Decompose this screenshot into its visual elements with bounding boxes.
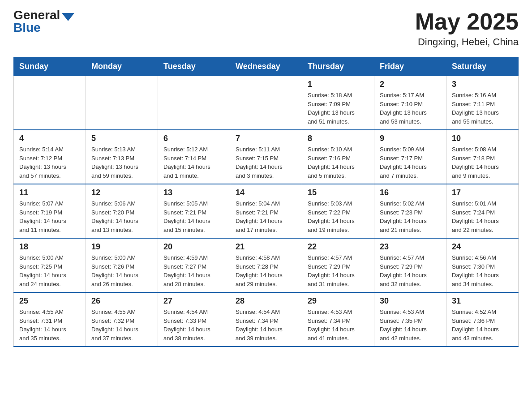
calendar-cell [158, 76, 230, 130]
day-number: 7 [236, 134, 296, 143]
day-number: 11 [19, 188, 80, 197]
day-info: Sunrise: 5:13 AM Sunset: 7:13 PM Dayligh… [91, 145, 152, 180]
day-number: 12 [91, 188, 152, 197]
day-number: 25 [19, 296, 80, 306]
calendar-cell: 13Sunrise: 5:05 AM Sunset: 7:21 PM Dayli… [158, 184, 230, 238]
calendar-cell: 6Sunrise: 5:12 AM Sunset: 7:14 PM Daylig… [158, 130, 230, 184]
day-number: 15 [308, 188, 369, 197]
calendar-cell [230, 76, 302, 130]
day-number: 17 [452, 188, 513, 197]
calendar-header-row: SundayMondayTuesdayWednesdayThursdayFrid… [14, 57, 519, 76]
day-info: Sunrise: 5:10 AM Sunset: 7:16 PM Dayligh… [308, 145, 369, 180]
day-info: Sunrise: 4:53 AM Sunset: 7:34 PM Dayligh… [308, 308, 369, 342]
day-info: Sunrise: 5:02 AM Sunset: 7:23 PM Dayligh… [380, 199, 441, 234]
calendar-cell: 16Sunrise: 5:02 AM Sunset: 7:23 PM Dayli… [374, 184, 446, 238]
day-info: Sunrise: 4:57 AM Sunset: 7:29 PM Dayligh… [380, 253, 441, 288]
day-info: Sunrise: 4:58 AM Sunset: 7:28 PM Dayligh… [236, 253, 296, 288]
day-info: Sunrise: 4:55 AM Sunset: 7:31 PM Dayligh… [19, 308, 80, 342]
day-number: 30 [380, 296, 441, 306]
day-info: Sunrise: 4:54 AM Sunset: 7:34 PM Dayligh… [236, 308, 296, 342]
day-info: Sunrise: 5:08 AM Sunset: 7:18 PM Dayligh… [452, 145, 513, 180]
weekday-header-sunday: Sunday [14, 57, 86, 76]
calendar-cell: 17Sunrise: 5:01 AM Sunset: 7:24 PM Dayli… [446, 184, 519, 238]
day-number: 3 [452, 80, 513, 89]
calendar-cell: 1Sunrise: 5:18 AM Sunset: 7:09 PM Daylig… [302, 76, 374, 130]
weekday-header-thursday: Thursday [302, 57, 374, 76]
day-info: Sunrise: 4:55 AM Sunset: 7:32 PM Dayligh… [91, 308, 152, 342]
calendar-cell: 7Sunrise: 5:11 AM Sunset: 7:15 PM Daylig… [230, 130, 302, 184]
day-info: Sunrise: 5:00 AM Sunset: 7:26 PM Dayligh… [91, 253, 152, 288]
day-info: Sunrise: 5:16 AM Sunset: 7:11 PM Dayligh… [452, 91, 513, 126]
calendar-cell: 23Sunrise: 4:57 AM Sunset: 7:29 PM Dayli… [374, 238, 446, 292]
calendar-week-row: 18Sunrise: 5:00 AM Sunset: 7:25 PM Dayli… [14, 238, 519, 292]
day-info: Sunrise: 4:52 AM Sunset: 7:36 PM Dayligh… [452, 308, 513, 342]
calendar-cell: 4Sunrise: 5:14 AM Sunset: 7:12 PM Daylig… [14, 130, 86, 184]
calendar-cell: 20Sunrise: 4:59 AM Sunset: 7:27 PM Dayli… [158, 238, 230, 292]
day-info: Sunrise: 5:18 AM Sunset: 7:09 PM Dayligh… [308, 91, 369, 126]
weekday-header-monday: Monday [86, 57, 158, 76]
calendar-cell: 21Sunrise: 4:58 AM Sunset: 7:28 PM Dayli… [230, 238, 302, 292]
day-number: 5 [91, 134, 152, 143]
day-info: Sunrise: 5:07 AM Sunset: 7:19 PM Dayligh… [19, 199, 80, 234]
calendar-cell: 27Sunrise: 4:54 AM Sunset: 7:33 PM Dayli… [158, 292, 230, 347]
weekday-header-saturday: Saturday [446, 57, 519, 76]
day-number: 4 [19, 134, 80, 143]
day-number: 24 [452, 242, 513, 252]
day-info: Sunrise: 5:03 AM Sunset: 7:22 PM Dayligh… [308, 199, 369, 234]
calendar-cell: 22Sunrise: 4:57 AM Sunset: 7:29 PM Dayli… [302, 238, 374, 292]
logo: General Blue [13, 9, 74, 34]
day-number: 13 [163, 188, 224, 197]
page-header: General Blue May 2025 Dingxing, Hebei, C… [13, 9, 519, 48]
day-number: 28 [236, 296, 296, 306]
day-info: Sunrise: 5:09 AM Sunset: 7:17 PM Dayligh… [380, 145, 441, 180]
day-number: 16 [380, 188, 441, 197]
day-info: Sunrise: 4:53 AM Sunset: 7:35 PM Dayligh… [380, 308, 441, 342]
calendar-cell: 9Sunrise: 5:09 AM Sunset: 7:17 PM Daylig… [374, 130, 446, 184]
calendar-cell: 29Sunrise: 4:53 AM Sunset: 7:34 PM Dayli… [302, 292, 374, 347]
day-info: Sunrise: 4:59 AM Sunset: 7:27 PM Dayligh… [163, 253, 224, 288]
calendar-week-row: 1Sunrise: 5:18 AM Sunset: 7:09 PM Daylig… [14, 76, 519, 130]
day-number: 27 [163, 296, 224, 306]
day-info: Sunrise: 5:01 AM Sunset: 7:24 PM Dayligh… [452, 199, 513, 234]
day-number: 29 [308, 296, 369, 306]
day-number: 10 [452, 134, 513, 143]
calendar-cell: 24Sunrise: 4:56 AM Sunset: 7:30 PM Dayli… [446, 238, 519, 292]
calendar-cell: 31Sunrise: 4:52 AM Sunset: 7:36 PM Dayli… [446, 292, 519, 347]
day-info: Sunrise: 4:54 AM Sunset: 7:33 PM Dayligh… [163, 308, 224, 342]
day-number: 6 [163, 134, 224, 143]
day-number: 31 [452, 296, 513, 306]
weekday-header-wednesday: Wednesday [230, 57, 302, 76]
day-info: Sunrise: 5:12 AM Sunset: 7:14 PM Dayligh… [163, 145, 224, 180]
day-number: 23 [380, 242, 441, 252]
day-number: 1 [308, 80, 369, 89]
calendar-cell: 5Sunrise: 5:13 AM Sunset: 7:13 PM Daylig… [86, 130, 158, 184]
day-number: 14 [236, 188, 296, 197]
calendar-week-row: 4Sunrise: 5:14 AM Sunset: 7:12 PM Daylig… [14, 130, 519, 184]
day-info: Sunrise: 5:06 AM Sunset: 7:20 PM Dayligh… [91, 199, 152, 234]
month-title: May 2025 [415, 9, 519, 34]
calendar-week-row: 11Sunrise: 5:07 AM Sunset: 7:19 PM Dayli… [14, 184, 519, 238]
day-info: Sunrise: 4:56 AM Sunset: 7:30 PM Dayligh… [452, 253, 513, 288]
calendar-week-row: 25Sunrise: 4:55 AM Sunset: 7:31 PM Dayli… [14, 292, 519, 347]
logo-text-blue: Blue [13, 21, 74, 34]
calendar-cell: 25Sunrise: 4:55 AM Sunset: 7:31 PM Dayli… [14, 292, 86, 347]
day-number: 26 [91, 296, 152, 306]
calendar-cell: 28Sunrise: 4:54 AM Sunset: 7:34 PM Dayli… [230, 292, 302, 347]
day-info: Sunrise: 5:00 AM Sunset: 7:25 PM Dayligh… [19, 253, 80, 288]
day-number: 20 [163, 242, 224, 252]
day-number: 19 [91, 242, 152, 252]
day-number: 2 [380, 80, 441, 89]
calendar-cell: 8Sunrise: 5:10 AM Sunset: 7:16 PM Daylig… [302, 130, 374, 184]
day-number: 18 [19, 242, 80, 252]
calendar-table: SundayMondayTuesdayWednesdayThursdayFrid… [13, 57, 519, 347]
weekday-header-tuesday: Tuesday [158, 57, 230, 76]
day-number: 22 [308, 242, 369, 252]
day-info: Sunrise: 5:11 AM Sunset: 7:15 PM Dayligh… [236, 145, 296, 180]
calendar-cell: 15Sunrise: 5:03 AM Sunset: 7:22 PM Dayli… [302, 184, 374, 238]
calendar-cell: 12Sunrise: 5:06 AM Sunset: 7:20 PM Dayli… [86, 184, 158, 238]
day-info: Sunrise: 5:05 AM Sunset: 7:21 PM Dayligh… [163, 199, 224, 234]
calendar-cell: 3Sunrise: 5:16 AM Sunset: 7:11 PM Daylig… [446, 76, 519, 130]
location-title: Dingxing, Hebei, China [415, 36, 519, 48]
calendar-cell: 26Sunrise: 4:55 AM Sunset: 7:32 PM Dayli… [86, 292, 158, 347]
weekday-header-friday: Friday [374, 57, 446, 76]
